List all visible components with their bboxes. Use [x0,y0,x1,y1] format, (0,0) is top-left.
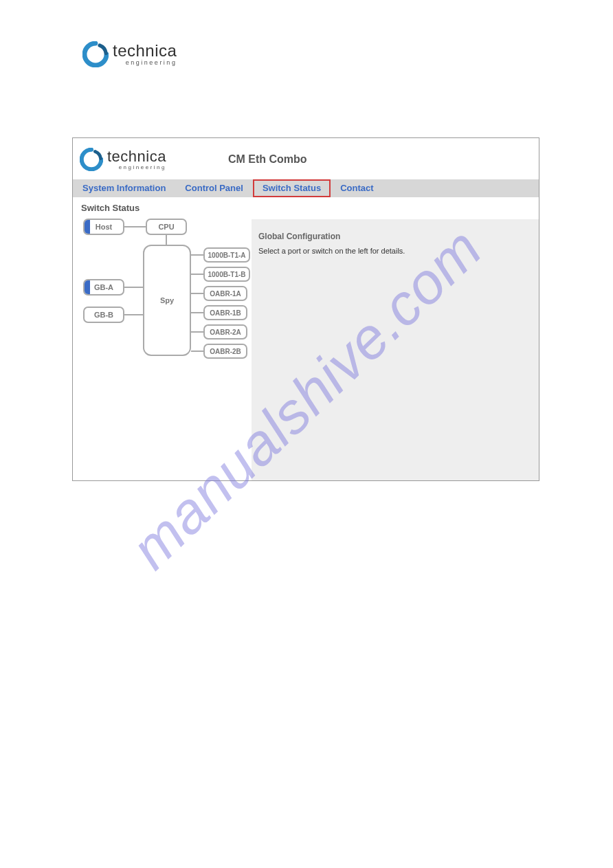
node-label: 1000B-T1-A [208,252,245,259]
tab-switch-status[interactable]: Switch Status [253,179,331,197]
node-oabr-1b[interactable]: OABR-1B [203,305,247,320]
node-oabr-2a[interactable]: OABR-2A [203,324,247,340]
app-logo-brand-text: technica [107,149,166,164]
content-row: Switch Status Host CPU [73,197,539,480]
switch-diagram: Host CPU Spy GB-A GB-B 1000B-T1-A [80,219,252,363]
wire-spy-po1b [191,312,203,313]
switch-diagram-pane: Switch Status Host CPU [73,197,252,480]
app-header: technica engineering CM Eth Combo [73,138,539,179]
status-bar-icon [85,220,90,234]
wire-spy-pt1a [191,254,203,256]
details-pane: Global Configuration Select a port or sw… [252,219,539,480]
node-label: CPU [158,223,174,231]
wire-spy-po2b [191,350,203,352]
node-1000b-t1-b[interactable]: 1000B-T1-B [203,267,250,282]
logo-brand-text: technica [113,43,177,59]
wire-gbb-spy [124,314,143,315]
status-bar-icon [85,280,90,294]
app-title: CM Eth Combo [228,153,307,166]
wire-cpu-spy [166,235,167,245]
node-label: 1000B-T1-B [208,271,245,278]
wire-host-cpu [124,226,146,227]
details-message: Select a port or switch on the left for … [258,247,532,255]
tab-contact[interactable]: Contact [331,179,383,197]
node-spy[interactable]: Spy [143,245,191,356]
node-cpu[interactable]: CPU [146,219,187,235]
right-pane-wrap: Global Configuration Select a port or sw… [252,197,539,480]
left-pane-title: Switch Status [80,203,249,213]
node-label: OABR-1B [210,309,241,317]
logo-mark-icon [80,148,103,171]
node-label: OABR-2A [210,329,241,336]
node-label: GB-B [94,311,113,319]
tab-system-information[interactable]: System Information [73,179,175,197]
app-logo-tagline-text: engineering [107,165,166,170]
tab-bar: System Information Control Panel Switch … [73,179,539,197]
app-window: technica engineering CM Eth Combo System… [72,137,539,481]
tab-control-panel[interactable]: Control Panel [175,179,253,197]
wire-spy-po1a [191,293,203,294]
node-gb-a[interactable]: GB-A [83,279,124,296]
logo-tagline-text: engineering [113,60,177,66]
wire-spy-pt1b [191,274,203,275]
logo-mark-icon [82,41,109,67]
node-oabr-2b[interactable]: OABR-2B [203,344,247,359]
node-1000b-t1-a[interactable]: 1000B-T1-A [203,247,250,263]
node-gb-b[interactable]: GB-B [83,307,124,323]
details-title: Global Configuration [258,232,532,241]
node-oabr-1a[interactable]: OABR-1A [203,286,247,301]
node-host[interactable]: Host [83,219,124,235]
node-label: GB-A [94,283,113,291]
node-label: Host [96,223,112,231]
page-brand-logo: technica engineering [82,41,177,67]
node-label: OABR-2B [210,348,241,355]
app-brand-logo: technica engineering [80,148,166,171]
node-label: Spy [160,296,174,304]
wire-spy-po2a [191,331,203,333]
node-label: OABR-1A [210,290,241,298]
wire-gba-spy [124,287,143,288]
